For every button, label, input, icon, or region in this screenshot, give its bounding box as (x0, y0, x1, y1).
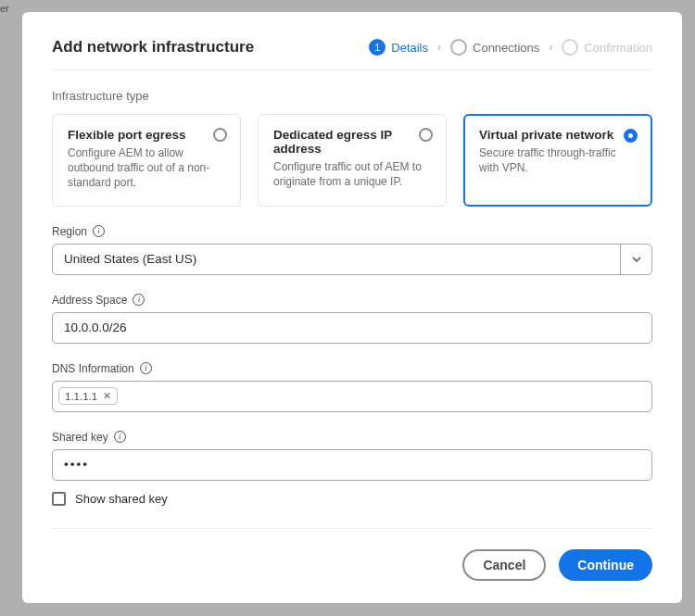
radio-icon (419, 128, 433, 142)
region-label: Region (52, 225, 87, 238)
dns-tag-input[interactable]: 1.1.1.1 ✕ (52, 381, 652, 412)
option-title: Dedicated egress IP address (273, 128, 431, 156)
field-region: Region i United States (East US) (52, 225, 652, 275)
shared-key-label: Shared key (52, 431, 108, 444)
dns-label: DNS Information (52, 362, 134, 375)
checkbox-icon (52, 492, 66, 506)
chevron-right-icon: › (437, 41, 441, 54)
dns-tag-value: 1.1.1.1 (65, 391, 97, 402)
field-dns-information: DNS Information i 1.1.1.1 ✕ (52, 362, 652, 412)
info-icon[interactable]: i (114, 431, 126, 443)
step-number: 2 (450, 39, 467, 56)
radio-icon (624, 129, 638, 143)
region-value: United States (East US) (53, 245, 620, 274)
close-icon[interactable]: ✕ (103, 390, 111, 402)
step-label: Connections (473, 41, 539, 55)
step-label: Confirmation (584, 41, 652, 55)
option-description: Secure traffic through-traffic with VPN. (479, 145, 637, 175)
option-title: Virtual private network (479, 128, 637, 142)
region-select-dropdown-button[interactable] (620, 245, 651, 274)
chevron-down-icon (632, 255, 641, 264)
option-description: Configure traffic out of AEM to originat… (273, 159, 431, 189)
info-icon[interactable]: i (133, 294, 145, 306)
modal-title: Add network infrastructure (52, 38, 254, 57)
continue-button[interactable]: Continue (559, 549, 652, 581)
step-confirmation: 3 Confirmation (562, 39, 652, 56)
dns-tag: 1.1.1.1 ✕ (58, 387, 118, 405)
infrastructure-type-label: Infrastructure type (52, 89, 652, 103)
show-shared-key-label: Show shared key (75, 492, 168, 506)
option-virtual-private-network[interactable]: Virtual private network Secure traffic t… (463, 114, 652, 207)
step-details[interactable]: 1 Details (369, 39, 428, 56)
modal-add-network-infrastructure: Add network infrastructure 1 Details › 2… (22, 12, 682, 603)
step-number: 3 (562, 39, 578, 56)
field-shared-key: Shared key i Show shared key (52, 431, 652, 506)
background-fragment: er (0, 3, 9, 14)
step-number: 1 (369, 39, 385, 56)
step-connections[interactable]: 2 Connections (450, 39, 539, 56)
show-shared-key-toggle[interactable]: Show shared key (52, 492, 652, 506)
modal-footer: Cancel Continue (52, 528, 652, 581)
infrastructure-type-options: Flexible port egress Configure AEM to al… (52, 114, 652, 207)
radio-icon (213, 128, 227, 142)
shared-key-input[interactable] (52, 449, 652, 481)
field-address-space: Address Space i (52, 294, 652, 344)
region-select[interactable]: United States (East US) (52, 244, 652, 275)
option-title: Flexible port egress (68, 128, 225, 142)
option-description: Configure AEM to allow outbound traffic … (68, 145, 225, 191)
wizard-stepper: 1 Details › 2 Connections › 3 Confirmati… (369, 39, 652, 56)
info-icon[interactable]: i (93, 225, 105, 237)
modal-header: Add network infrastructure 1 Details › 2… (52, 38, 652, 70)
chevron-right-icon: › (549, 41, 552, 54)
info-icon[interactable]: i (140, 362, 152, 374)
option-dedicated-egress-ip[interactable]: Dedicated egress IP address Configure tr… (258, 114, 447, 207)
cancel-button[interactable]: Cancel (462, 549, 546, 581)
address-space-label: Address Space (52, 294, 127, 307)
address-space-input[interactable] (52, 312, 652, 344)
step-label: Details (391, 41, 428, 55)
option-flexible-port-egress[interactable]: Flexible port egress Configure AEM to al… (52, 114, 241, 207)
